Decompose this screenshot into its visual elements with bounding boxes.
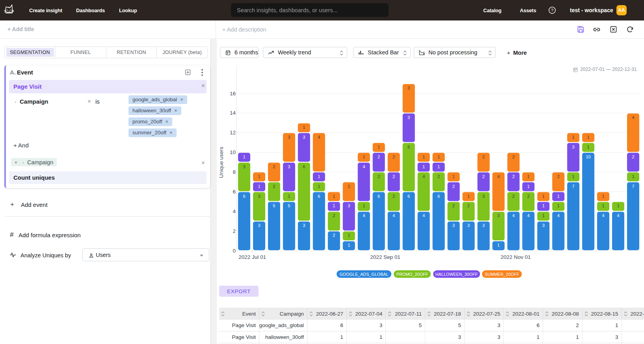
svg-text:10: 10: [586, 154, 590, 159]
svg-text:2022 Jul 01: 2022 Jul 01: [238, 254, 266, 260]
svg-text:1: 1: [378, 145, 380, 149]
svg-text:6: 6: [437, 194, 440, 199]
svg-text:4: 4: [617, 213, 619, 218]
svg-text:4: 4: [423, 213, 425, 218]
svg-text:3: 3: [572, 145, 575, 149]
svg-text:3: 3: [482, 223, 485, 228]
svg-text:4: 4: [497, 174, 500, 179]
svg-text:1: 1: [258, 174, 260, 179]
svg-text:Unique users: Unique users: [218, 147, 224, 178]
svg-text:4: 4: [527, 213, 530, 218]
svg-text:1: 1: [497, 243, 500, 247]
svg-text:3: 3: [243, 164, 245, 169]
svg-text:3: 3: [348, 203, 350, 208]
svg-text:7: 7: [572, 184, 575, 189]
svg-text:4: 4: [393, 213, 395, 218]
svg-text:12: 12: [230, 130, 236, 136]
svg-text:1: 1: [557, 194, 560, 199]
svg-text:1: 1: [423, 154, 425, 159]
svg-text:2: 2: [437, 174, 440, 179]
svg-text:4: 4: [363, 213, 365, 218]
svg-text:3: 3: [288, 164, 290, 169]
svg-text:4: 4: [602, 213, 604, 218]
svg-text:1: 1: [557, 203, 560, 208]
svg-text:1: 1: [437, 154, 440, 159]
svg-text:2: 2: [512, 154, 515, 159]
svg-text:1: 1: [318, 184, 320, 189]
svg-text:2: 2: [512, 174, 515, 179]
svg-text:4: 4: [233, 208, 236, 214]
svg-text:1: 1: [587, 145, 590, 149]
svg-text:14: 14: [230, 110, 236, 116]
svg-text:2: 2: [333, 233, 335, 238]
svg-text:1: 1: [452, 174, 455, 179]
svg-text:6: 6: [303, 164, 305, 169]
svg-text:2: 2: [482, 174, 485, 179]
svg-text:1: 1: [527, 184, 530, 189]
svg-text:3: 3: [452, 223, 455, 228]
svg-text:6: 6: [318, 194, 320, 199]
svg-text:2022 Nov 01: 2022 Nov 01: [501, 254, 531, 260]
svg-text:1: 1: [437, 164, 440, 169]
svg-text:1: 1: [527, 174, 530, 179]
svg-text:1: 1: [572, 174, 575, 179]
svg-text:1: 1: [423, 164, 425, 169]
svg-text:4: 4: [557, 213, 560, 218]
svg-text:1: 1: [348, 243, 350, 247]
svg-text:2: 2: [482, 154, 485, 159]
svg-text:3: 3: [482, 194, 485, 199]
svg-text:1: 1: [542, 213, 545, 218]
svg-text:7: 7: [632, 184, 634, 189]
svg-text:5: 5: [273, 203, 275, 208]
svg-text:1: 1: [288, 194, 290, 199]
svg-text:8: 8: [233, 169, 236, 175]
svg-text:0: 0: [233, 248, 236, 254]
svg-text:1: 1: [348, 233, 350, 238]
svg-text:6: 6: [243, 194, 245, 199]
svg-text:1: 1: [467, 194, 470, 199]
svg-text:16: 16: [230, 91, 236, 97]
svg-text:1: 1: [632, 174, 634, 179]
svg-text:2022 Sep 01: 2022 Sep 01: [370, 254, 400, 260]
svg-text:?: ?: [551, 8, 553, 13]
svg-text:1: 1: [303, 125, 305, 130]
svg-text:2: 2: [393, 194, 395, 199]
svg-text:3: 3: [303, 223, 305, 228]
svg-text:5: 5: [288, 203, 290, 208]
svg-text:2: 2: [233, 228, 236, 234]
svg-text:1: 1: [333, 203, 335, 208]
svg-text:2: 2: [452, 184, 455, 189]
svg-text:2: 2: [273, 184, 275, 189]
svg-text:3: 3: [288, 135, 290, 139]
svg-text:6: 6: [378, 194, 380, 199]
svg-text:3: 3: [303, 135, 305, 139]
svg-text:5: 5: [408, 145, 410, 149]
svg-text:2: 2: [378, 174, 380, 179]
svg-text:1: 1: [542, 194, 545, 199]
svg-text:2: 2: [512, 194, 515, 199]
svg-text:2: 2: [378, 154, 380, 159]
svg-text:2: 2: [348, 184, 350, 189]
svg-text:2: 2: [333, 213, 335, 218]
svg-text:2: 2: [632, 154, 634, 159]
svg-text:1: 1: [602, 203, 604, 208]
svg-text:2: 2: [527, 194, 530, 199]
svg-text:3: 3: [497, 213, 500, 218]
svg-text:2: 2: [557, 174, 560, 179]
svg-text:3: 3: [258, 194, 260, 199]
svg-text:1: 1: [333, 194, 335, 199]
svg-text:10: 10: [230, 149, 236, 155]
svg-text:3: 3: [408, 115, 410, 120]
svg-text:1: 1: [617, 203, 619, 208]
svg-text:3: 3: [467, 223, 470, 228]
svg-text:2: 2: [393, 154, 395, 159]
svg-text:4: 4: [423, 174, 425, 179]
svg-text:1: 1: [363, 203, 365, 208]
svg-text:6: 6: [233, 189, 236, 195]
svg-text:1: 1: [572, 135, 575, 139]
svg-text:6: 6: [408, 194, 410, 199]
svg-text:2: 2: [273, 164, 275, 169]
svg-text:1: 1: [587, 135, 590, 139]
svg-text:1: 1: [243, 154, 245, 159]
svg-text:4: 4: [318, 135, 320, 139]
